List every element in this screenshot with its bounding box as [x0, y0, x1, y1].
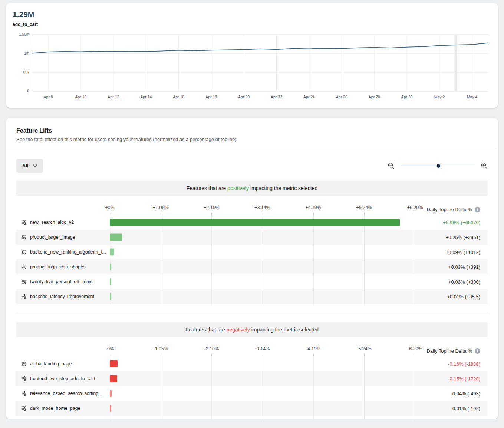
banner-prefix: Features that are: [185, 327, 225, 333]
delta-value: +0.01% (+85.5): [415, 289, 488, 304]
negative-axis-ticks: -0%-1.05%-2.10%-3.14%-4.19%-5.24%-6.29%: [110, 345, 415, 356]
info-icon[interactable]: i: [475, 348, 480, 354]
axis-tick-label: +2.10%: [204, 205, 220, 210]
svg-text:Apr 30: Apr 30: [401, 95, 413, 99]
sliders-icon: [21, 220, 26, 225]
sliders-icon: [21, 361, 26, 366]
svg-text:Apr 10: Apr 10: [75, 95, 86, 99]
svg-text:Apr 20: Apr 20: [238, 95, 250, 99]
sliders-icon: [21, 235, 26, 240]
svg-text:Apr 28: Apr 28: [369, 95, 380, 99]
axis-tick-label: +1.05%: [153, 205, 169, 210]
line-chart-svg: 1.50m1m500k0Apr 8Apr 10Apr 12Apr 14Apr 1…: [13, 31, 493, 103]
positive-lifts-section: Features that arepositivelyimpacting the…: [6, 181, 498, 304]
lift-bar[interactable]: [110, 390, 112, 397]
svg-text:May 4: May 4: [467, 95, 478, 99]
positive-feature-row[interactable]: product_larger_image+0.25% (+2951): [16, 230, 488, 245]
zoom-slider-thumb[interactable]: [437, 164, 440, 168]
positive-banner: Features that arepositivelyimpacting the…: [16, 181, 488, 196]
svg-text:Apr 24: Apr 24: [303, 95, 315, 99]
negative-banner: Features that arenegativelyimpacting the…: [16, 322, 488, 337]
lift-bar[interactable]: [110, 293, 111, 300]
feature-name: alpha_landing_page: [30, 361, 74, 366]
lift-bar[interactable]: [110, 234, 122, 241]
delta-value: -0.04% (-493): [415, 386, 488, 401]
axis-tick-label: -6.29%: [408, 346, 422, 352]
lift-bar[interactable]: [110, 264, 111, 271]
metric-series-line: [32, 43, 488, 53]
feature-name: new_search_algo_v2: [30, 220, 76, 225]
positive-feature-row[interactable]: new_search_algo_v2+5.98% (+65070): [16, 215, 488, 230]
zoom-controls: [388, 162, 488, 169]
svg-text:500k: 500k: [21, 70, 30, 74]
page: 1.29M add_to_cart 1.50m1m500k0Apr 8Apr 1…: [0, 0, 504, 419]
axis-tick-label: -2.10%: [204, 346, 219, 352]
axis-tick-label: +6.29%: [407, 205, 423, 210]
negative-feature-row[interactable]: dark_mode_home_page-0.01% (-102): [16, 401, 488, 416]
negative-banner-highlight: negatively: [227, 327, 250, 333]
lift-bar[interactable]: [110, 278, 111, 285]
axis-tick-label: +4.19%: [305, 205, 321, 210]
positive-feature-row[interactable]: twenty_five_percent_off_items+0.03% (+30…: [16, 274, 488, 289]
positive-feature-row[interactable]: product_logo_icon_shapes+0.03% (+391): [16, 259, 488, 274]
chart-highlight-band: [455, 35, 457, 91]
negative-feature-row[interactable]: relevance_based_search_sorting_-0.04% (-…: [16, 386, 488, 401]
negative-axis-header: -0%-1.05%-2.10%-3.14%-4.19%-5.24%-6.29%D…: [16, 345, 488, 356]
svg-text:Apr 18: Apr 18: [205, 95, 217, 99]
feature-name: dark_mode_home_page: [30, 406, 83, 411]
axis-tick-label: +3.14%: [254, 205, 270, 210]
flask-icon: [21, 264, 26, 269]
zoom-slider[interactable]: [401, 163, 475, 169]
banner-suffix: impacting the metric selected: [251, 327, 319, 333]
svg-text:May 2: May 2: [434, 95, 445, 99]
banner-suffix: impacting the metric selected: [250, 185, 317, 191]
axis-tick-label: -0%: [106, 346, 114, 352]
zoom-slider-fill: [401, 166, 438, 166]
axis-tick-label: -3.14%: [255, 346, 270, 352]
lift-bar[interactable]: [110, 219, 400, 226]
feature-name: twenty_five_percent_off_items: [30, 279, 95, 284]
negative-lifts-section: Features that arenegativelyimpacting the…: [6, 322, 498, 419]
feature-name: backend_new_ranking_algorithm_lau...: [30, 249, 110, 255]
info-icon[interactable]: i: [475, 207, 480, 212]
delta-header: Daily Topline Delta %i: [415, 204, 488, 215]
delta-value: -0.16% (-1838): [415, 356, 488, 371]
svg-text:Apr 8: Apr 8: [43, 95, 53, 99]
lift-bar[interactable]: [110, 360, 118, 367]
lift-bar[interactable]: [110, 249, 114, 256]
positive-banner-highlight: positively: [227, 185, 249, 191]
axis-tick-label: -5.24%: [357, 346, 372, 352]
metric-name: add_to_cart: [13, 22, 493, 27]
positive-feature-row[interactable]: backend_new_ranking_algorithm_lau...+0.0…: [16, 245, 488, 259]
negative-feature-row[interactable]: alpha_landing_page-0.16% (-1838): [16, 356, 488, 371]
delta-value: +0.03% (+300): [415, 274, 488, 289]
feature-name: product_logo_icon_shapes: [30, 264, 88, 269]
delta-value: +0.09% (+1012): [415, 245, 488, 259]
zoom-out-button[interactable]: [388, 162, 395, 169]
controls-row: All: [6, 149, 498, 173]
axis-tick-label: +5.24%: [356, 205, 372, 210]
feature-lifts-card: Feature Lifts See the total effect on th…: [6, 118, 498, 419]
sliders-icon: [21, 249, 26, 255]
filter-dropdown-label: All: [22, 163, 29, 169]
positive-axis-ticks: +0%+1.05%+2.10%+3.14%+4.19%+5.24%+6.29%: [110, 204, 415, 215]
delta-value: +5.98% (+65070): [415, 215, 488, 230]
metric-summary-card: 1.29M add_to_cart 1.50m1m500k0Apr 8Apr 1…: [6, 3, 498, 108]
sliders-icon: [21, 294, 26, 299]
negative-partial-row: [16, 416, 488, 419]
metric-line-chart[interactable]: 1.50m1m500k0Apr 8Apr 10Apr 12Apr 14Apr 1…: [13, 31, 493, 105]
positive-axis-header: +0%+1.05%+2.10%+3.14%+4.19%+5.24%+6.29%D…: [16, 204, 488, 215]
feature-lifts-subtitle: See the total effect on this metric for …: [16, 137, 488, 142]
axis-tick-label: +0%: [105, 205, 114, 210]
zoom-in-button[interactable]: [481, 162, 488, 169]
svg-text:0: 0: [27, 89, 29, 93]
negative-feature-row[interactable]: frontend_two_step_add_to_cart-0.15% (-17…: [16, 371, 488, 386]
svg-text:Apr 14: Apr 14: [140, 95, 152, 99]
lift-bar[interactable]: [110, 405, 111, 412]
banner-prefix: Features that are: [187, 185, 226, 191]
filter-dropdown[interactable]: All: [16, 159, 43, 173]
lift-bar[interactable]: [110, 375, 117, 382]
sliders-icon: [21, 279, 26, 284]
section-divider: [16, 314, 488, 314]
positive-feature-row[interactable]: backend_latency_improvement+0.01% (+85.5…: [16, 289, 488, 304]
